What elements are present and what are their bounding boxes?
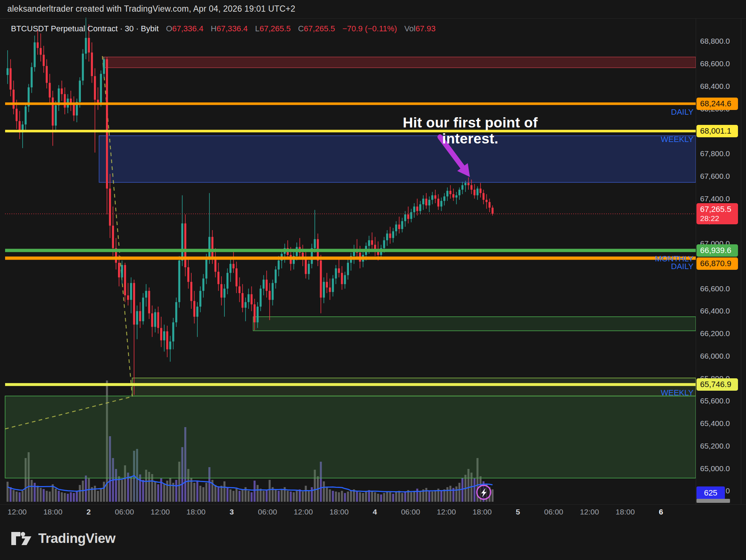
volume-bar — [302, 492, 304, 502]
volume-bar — [166, 481, 168, 502]
candle-body — [431, 195, 433, 200]
volume-bar — [474, 478, 476, 502]
level-price-badge: 68,244.6 — [696, 98, 738, 110]
candle-body — [211, 237, 213, 257]
low-value: 67,265.5 — [259, 24, 291, 33]
volume-bar — [290, 492, 292, 502]
volume-bar — [491, 489, 494, 502]
level-price-badge: 68,001.1 — [696, 125, 738, 137]
level-price-badge: 66,870.9 — [696, 257, 738, 270]
candle-body — [52, 98, 54, 126]
volume-bar — [344, 493, 346, 502]
plot-bottom-border — [0, 504, 746, 505]
time-tick-label: 06:00 — [115, 508, 134, 516]
candle-body — [205, 258, 208, 279]
candle-body — [462, 185, 464, 190]
candle-body — [239, 286, 241, 293]
demand-zone-big — [5, 396, 696, 478]
annotation-text[interactable]: Hit our first point of interest. — [385, 115, 556, 147]
volume-bar — [365, 492, 367, 502]
time-tick-label: 3 — [229, 508, 234, 516]
volume-bar — [94, 486, 96, 502]
candle-body — [157, 312, 160, 328]
volume-bar — [383, 493, 385, 502]
volume-bar — [46, 491, 48, 502]
candle-body — [49, 83, 51, 98]
volume-bar — [410, 492, 412, 502]
time-tick-label: 12:00 — [8, 508, 27, 516]
candle-body — [389, 233, 391, 238]
candle-body — [172, 322, 174, 341]
tradingview-logo-text: TradingView — [38, 531, 115, 546]
candle-body — [371, 240, 373, 245]
candle-body — [196, 307, 199, 317]
candle-body — [491, 208, 494, 214]
volume-bar — [338, 492, 340, 502]
candle-body — [440, 201, 443, 206]
candle-body — [305, 259, 307, 274]
candle-body — [428, 200, 431, 205]
candle-body — [208, 237, 211, 259]
candle-body — [437, 199, 440, 207]
chart-canvas[interactable] — [0, 0, 746, 560]
close-label: C — [298, 24, 304, 33]
demand-band-mid — [253, 317, 696, 331]
volume-bar — [413, 491, 415, 502]
candle-body — [124, 265, 126, 295]
volume-bar — [329, 489, 331, 502]
price-tick-label: 65,400.0 — [700, 419, 730, 428]
candle-body — [73, 104, 75, 115]
volume-bar — [296, 491, 298, 502]
volume-bar — [368, 490, 370, 502]
volume-bar — [7, 482, 9, 502]
volume-bar — [401, 493, 403, 502]
time-tick-label: 2 — [87, 508, 91, 516]
volume-bar — [203, 487, 205, 502]
volume-bar — [85, 476, 87, 502]
symbol-header[interactable]: BTCUSDT Perpetual Contract · 30 · Bybit … — [11, 24, 436, 33]
candle-body — [268, 291, 271, 300]
candle-body — [329, 288, 331, 292]
volume-bar — [254, 481, 256, 502]
volume-bar — [154, 482, 156, 502]
symbol-title[interactable]: BTCUSDT Perpetual Contract · 30 · Bybit — [11, 24, 159, 33]
candle-body — [227, 273, 229, 288]
candle-body — [103, 59, 105, 74]
tradingview-logo[interactable]: TradingView — [11, 531, 115, 546]
volume-bar — [103, 482, 105, 502]
candle-body — [404, 214, 407, 221]
candle-body — [100, 74, 102, 103]
candle-body — [474, 190, 476, 195]
volume-bar — [21, 491, 24, 502]
level-line — [5, 130, 696, 133]
timeframe-tag: DAILY — [583, 262, 694, 271]
candle-body — [449, 191, 452, 194]
volume-bar — [323, 481, 325, 502]
tradingview-logo-icon — [11, 531, 32, 546]
candle-body — [410, 212, 412, 219]
candle-body — [483, 193, 485, 200]
candle-body — [88, 38, 90, 52]
volume-bar — [311, 487, 313, 502]
candle-body — [386, 233, 388, 240]
candle-body — [464, 183, 467, 185]
time-tick-label: 12:00 — [580, 508, 599, 516]
volume-bar — [76, 492, 78, 502]
time-tick-label: 18:00 — [330, 508, 349, 516]
volume-bar — [67, 494, 69, 502]
candle-body — [31, 67, 33, 87]
lightning-marker-icon[interactable] — [477, 485, 491, 499]
volume-bar — [431, 492, 433, 502]
candle-body — [154, 312, 156, 327]
candle-body — [251, 294, 253, 304]
candle-body — [434, 195, 436, 198]
candle-body — [145, 291, 147, 298]
candle-body — [166, 331, 168, 349]
volume-bar — [335, 492, 337, 502]
volume-bar — [139, 474, 141, 502]
candle-body — [79, 80, 81, 102]
time-tick-label: 18:00 — [472, 508, 492, 516]
candle-body — [187, 267, 189, 282]
candle-body — [109, 189, 111, 226]
candle-body — [476, 189, 479, 196]
